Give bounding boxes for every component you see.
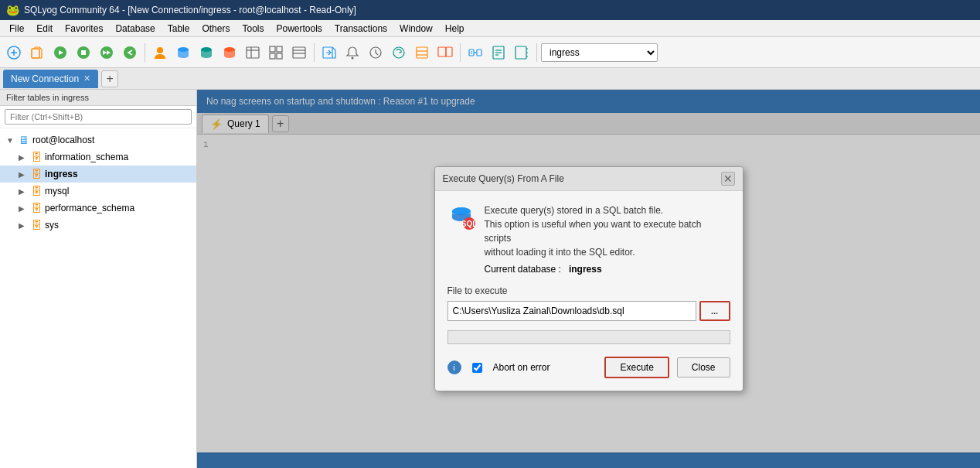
tree-expand-icon: ▶ <box>19 187 28 196</box>
db-icon: 🗄 <box>31 151 42 163</box>
menu-file[interactable]: File <box>3 22 30 36</box>
menu-help[interactable]: Help <box>439 22 471 36</box>
close-button[interactable]: Close <box>677 357 730 377</box>
browse-button[interactable]: ... <box>699 301 730 321</box>
tree-db-sys[interactable]: ▶ 🗄 sys <box>0 217 196 234</box>
svg-text:SQL: SQL <box>461 220 475 228</box>
dialog-close-btn[interactable]: ✕ <box>721 172 735 186</box>
svg-rect-1 <box>32 49 39 58</box>
grid-view-btn[interactable] <box>265 42 287 63</box>
play-btn[interactable] <box>49 42 71 63</box>
tree-db-label: information_schema <box>45 152 128 162</box>
svg-rect-34 <box>477 50 481 56</box>
scheduler-btn[interactable] <box>365 42 386 63</box>
table-view-btn[interactable] <box>242 42 264 63</box>
left-panel: Filter tables in ingress ▼ 🖥 root@localh… <box>0 90 197 468</box>
title-text: SQLyog Community 64 - [New Connection/in… <box>24 5 356 15</box>
new-connection-btn[interactable] <box>3 42 25 63</box>
menu-powertools[interactable]: Powertools <box>270 22 328 36</box>
monitor-btn[interactable] <box>434 42 456 63</box>
svg-rect-28 <box>417 47 427 58</box>
title-bar: 🐸 SQLyog Community 64 - [New Connection/… <box>0 0 980 20</box>
svg-point-25 <box>352 56 354 59</box>
svg-rect-40 <box>516 46 526 59</box>
separator-3 <box>460 43 461 62</box>
svg-rect-33 <box>469 50 474 56</box>
object-tree: ▼ 🖥 root@localhost ▶ 🗄 information_schem… <box>0 128 196 468</box>
svg-rect-5 <box>81 50 86 55</box>
dialog-description-block: Execute query(s) stored in a SQL batch f… <box>485 203 730 275</box>
separator-4 <box>536 43 537 62</box>
undo-btn[interactable] <box>119 42 141 63</box>
dialog-header: SQL Execute query(s) stored in a SQL bat… <box>447 203 730 275</box>
tab-bar: New Connection ✕ + <box>0 68 980 90</box>
current-db-value: ingress <box>569 264 602 275</box>
toolbar: ingress mysql information_schema perform… <box>0 37 980 68</box>
database-execute-icon: SQL <box>447 203 475 275</box>
tree-expand-icon: ▶ <box>19 170 28 179</box>
host-icon: 🖥 <box>19 134 29 146</box>
dialog-title-bar: Execute Query(s) From A File ✕ <box>435 167 743 191</box>
menu-window[interactable]: Window <box>393 22 439 36</box>
execute-button[interactable]: Execute <box>604 357 669 378</box>
tree-expand-icon: ▼ <box>6 136 15 145</box>
file-label: File to execute <box>447 285 730 296</box>
svg-rect-18 <box>277 46 282 52</box>
menu-favorites[interactable]: Favorites <box>59 22 109 36</box>
tab-add-btn[interactable]: + <box>101 70 118 87</box>
menu-tools[interactable]: Tools <box>236 22 270 36</box>
svg-rect-21 <box>293 47 305 58</box>
app-icon: 🐸 <box>6 4 19 16</box>
svg-rect-31 <box>438 47 446 56</box>
tab-close-btn[interactable]: ✕ <box>83 73 90 84</box>
dialog-body: SQL Execute query(s) stored in a SQL bat… <box>435 191 743 391</box>
db-backup-btn[interactable] <box>172 42 194 63</box>
import-sql-btn[interactable] <box>318 42 340 63</box>
db-icon: 🗄 <box>31 219 42 231</box>
db-sync-btn[interactable] <box>219 42 240 63</box>
abort-checkbox[interactable] <box>472 363 482 373</box>
tree-db-label: ingress <box>45 169 78 179</box>
tree-db-performance-schema[interactable]: ▶ 🗄 performance_schema <box>0 200 196 217</box>
filter-input[interactable] <box>5 109 192 125</box>
refresh-btn[interactable] <box>388 42 410 63</box>
menu-database[interactable]: Database <box>109 22 161 36</box>
svg-rect-14 <box>247 47 259 58</box>
file-row: ... <box>447 301 730 321</box>
dialog-footer: i Abort on error Execute Close <box>447 357 730 378</box>
menu-transactions[interactable]: Transactions <box>328 22 393 36</box>
menu-edit[interactable]: Edit <box>30 22 59 36</box>
right-panel: No nag screens on startup and shutdown :… <box>197 90 980 468</box>
report-btn[interactable] <box>488 42 509 63</box>
svg-rect-32 <box>446 47 452 56</box>
fast-forward-btn[interactable] <box>96 42 117 63</box>
tree-host[interactable]: ▼ 🖥 root@localhost <box>0 132 196 149</box>
user-manager-btn[interactable] <box>149 42 171 63</box>
menu-others[interactable]: Others <box>196 22 236 36</box>
separator-1 <box>145 43 145 62</box>
db-selector[interactable]: ingress mysql information_schema perform… <box>541 43 658 62</box>
stop-btn[interactable] <box>73 42 94 63</box>
dialog-db-line: Current database : ingress <box>485 264 730 275</box>
tree-expand-icon: ▶ <box>19 221 28 230</box>
current-db-label: Current database : <box>485 264 561 275</box>
file-path-input[interactable] <box>447 301 696 321</box>
db-icon: 🗄 <box>31 185 42 197</box>
tree-db-ingress[interactable]: ▶ 🗄 ingress <box>0 166 196 183</box>
tree-db-mysql[interactable]: ▶ 🗄 mysql <box>0 183 196 200</box>
dialog-overlay: Execute Query(s) From A File ✕ SQL <box>197 90 980 468</box>
export-btn[interactable] <box>288 42 310 63</box>
open-file-btn[interactable] <box>26 42 48 63</box>
new-connection-tab[interactable]: New Connection ✕ <box>3 70 98 88</box>
menu-table[interactable]: Table <box>162 22 196 36</box>
svg-rect-17 <box>270 46 275 52</box>
performance-btn[interactable] <box>411 42 433 63</box>
tree-expand-icon: ▶ <box>19 153 28 162</box>
tree-db-information-schema[interactable]: ▶ 🗄 information_schema <box>0 149 196 166</box>
schema-btn[interactable] <box>464 42 486 63</box>
svg-rect-19 <box>270 53 275 59</box>
designer-btn[interactable] <box>511 42 533 63</box>
db-restore-btn[interactable] <box>196 42 217 63</box>
tree-db-label: mysql <box>45 186 69 196</box>
notifications-btn[interactable] <box>342 42 363 63</box>
